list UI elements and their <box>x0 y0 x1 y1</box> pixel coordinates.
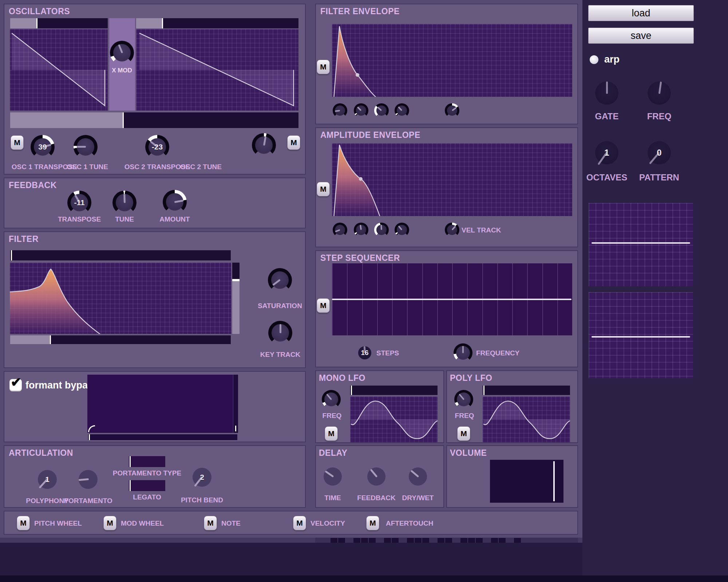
steps-knob[interactable]: 16 <box>358 346 371 359</box>
osc1-waveform-display[interactable] <box>10 29 108 111</box>
feedback-tune-knob[interactable] <box>112 191 136 215</box>
keyboard-key[interactable] <box>407 538 414 543</box>
polyphony-knob[interactable]: 1 <box>38 470 57 489</box>
amplitude-envelope-display[interactable] <box>332 143 572 216</box>
keyboard-key[interactable] <box>445 538 452 543</box>
filter-response-display[interactable] <box>10 263 231 334</box>
volume-display[interactable] <box>490 460 563 503</box>
osc2-transpose-knob[interactable]: -23 <box>145 135 169 159</box>
amp-env-sustain-knob[interactable] <box>374 223 389 237</box>
xmod-knob[interactable] <box>110 41 134 65</box>
formant-bypass-checkbox[interactable]: ✔ <box>9 379 22 391</box>
amplitude-envelope-mod-button[interactable]: M <box>317 182 330 196</box>
velocity-mod-button[interactable]: M <box>293 516 306 530</box>
mono-lfo-slider[interactable] <box>350 386 438 395</box>
key-track-knob[interactable] <box>268 321 292 345</box>
osc1-transpose-knob[interactable]: 39 <box>31 135 55 159</box>
formant-display[interactable] <box>87 375 238 433</box>
feedback-transpose-knob[interactable]: -11 <box>67 191 91 215</box>
mod-wheel-mod-button[interactable]: M <box>103 516 116 530</box>
filter-env-amount-knob[interactable] <box>445 103 459 118</box>
keyboard-key[interactable] <box>331 538 337 543</box>
osc-mod-button-left[interactable]: M <box>11 135 24 150</box>
osc-mod-button-right[interactable]: M <box>287 135 300 150</box>
save-button[interactable]: save <box>588 28 694 44</box>
note-mod-button[interactable]: M <box>204 516 217 530</box>
arp-grid-display-1[interactable] <box>589 203 693 286</box>
keyboard-key[interactable] <box>491 538 498 543</box>
formant-vscrollbar[interactable] <box>233 375 238 433</box>
filter-cutoff-slider[interactable] <box>10 250 231 260</box>
formant-hslider[interactable] <box>88 434 237 440</box>
keyboard-key[interactable] <box>361 538 368 543</box>
osc1-wave-slider[interactable] <box>10 18 108 28</box>
keyboard-strip[interactable] <box>315 538 578 543</box>
filter-env-sustain-knob[interactable] <box>374 103 389 118</box>
filter-env-decay-knob[interactable] <box>354 103 368 118</box>
aftertouch-mod-button[interactable]: M <box>366 516 379 530</box>
delay-time-knob[interactable] <box>324 467 342 486</box>
keyboard-key[interactable] <box>369 538 376 543</box>
poly-lfo-freq-knob[interactable] <box>454 390 473 409</box>
mono-lfo-display[interactable] <box>350 396 438 442</box>
mono-lfo-freq-knob[interactable] <box>322 390 341 409</box>
pitch-wheel-mod-button[interactable]: M <box>17 516 30 530</box>
saturation-knob[interactable] <box>268 268 292 292</box>
keyboard-key[interactable] <box>384 538 391 543</box>
legato-selector[interactable] <box>129 480 165 491</box>
arp-freq-knob[interactable] <box>648 81 671 105</box>
keyboard-key[interactable] <box>476 538 483 543</box>
osc-mix-slider[interactable] <box>10 112 298 128</box>
synth-ui: OSCILLATORS X MOD M <box>0 0 728 582</box>
amp-env-decay-knob[interactable] <box>354 223 368 237</box>
osc2-saw-wave <box>136 29 298 111</box>
filter-env-release-knob[interactable] <box>395 103 409 118</box>
portamento-knob[interactable] <box>79 470 98 489</box>
keyboard-key[interactable] <box>438 538 444 543</box>
filter-key-slider[interactable] <box>10 335 231 344</box>
filter-envelope-display[interactable] <box>332 24 572 97</box>
dry-wet-knob[interactable] <box>409 467 427 486</box>
step-sequencer-mod-button[interactable]: M <box>317 298 330 313</box>
keyboard-key[interactable] <box>338 538 345 543</box>
amp-env-release-knob[interactable] <box>395 223 409 237</box>
osc2-wave-slider[interactable] <box>136 18 298 28</box>
mono-lfo-mod-button[interactable]: M <box>325 426 338 441</box>
keyboard-key[interactable] <box>514 538 521 543</box>
portamento-type-selector[interactable] <box>129 456 165 467</box>
filter-resonance-vslider[interactable] <box>232 263 240 334</box>
keyboard-key[interactable] <box>422 538 429 543</box>
formant-corner-handle[interactable] <box>88 425 95 432</box>
keyboard-key[interactable] <box>415 538 422 543</box>
keyboard-key[interactable] <box>460 538 467 543</box>
arp-grid-display-2[interactable] <box>589 292 693 378</box>
octaves-knob[interactable]: 1 <box>595 141 618 164</box>
poly-lfo-display[interactable] <box>483 396 570 442</box>
load-button[interactable]: load <box>588 5 694 21</box>
filter-envelope-breakpoint[interactable] <box>356 73 359 77</box>
mono-lfo-sine-wave <box>350 396 438 442</box>
osc1-tune-knob[interactable] <box>74 135 98 159</box>
osc2-tune-knob[interactable] <box>252 133 276 157</box>
filter-env-attack-knob[interactable] <box>333 103 347 118</box>
keyboard-key[interactable] <box>353 538 360 543</box>
poly-lfo-mod-button[interactable]: M <box>457 426 470 441</box>
vel-track-knob[interactable] <box>445 223 459 237</box>
gate-knob[interactable] <box>595 81 618 105</box>
volume-panel: VOLUME <box>446 445 578 508</box>
step-sequencer-display[interactable] <box>332 263 572 335</box>
poly-lfo-slider[interactable] <box>483 386 570 395</box>
keyboard-key[interactable] <box>499 538 506 543</box>
volume-level-marker[interactable] <box>553 461 555 501</box>
arp-radio[interactable] <box>590 55 598 64</box>
seq-frequency-knob[interactable] <box>454 343 472 362</box>
amp-env-attack-knob[interactable] <box>333 223 347 237</box>
feedback-amount-knob[interactable] <box>163 190 187 214</box>
filter-envelope-mod-button[interactable]: M <box>317 60 330 74</box>
delay-feedback-knob[interactable] <box>367 467 385 486</box>
keyboard-key[interactable] <box>392 538 399 543</box>
pitch-bend-knob[interactable]: 2 <box>193 468 211 487</box>
osc2-waveform-display[interactable] <box>136 29 298 111</box>
keyboard-key[interactable] <box>468 538 475 543</box>
pattern-knob[interactable]: 0 <box>648 141 671 164</box>
